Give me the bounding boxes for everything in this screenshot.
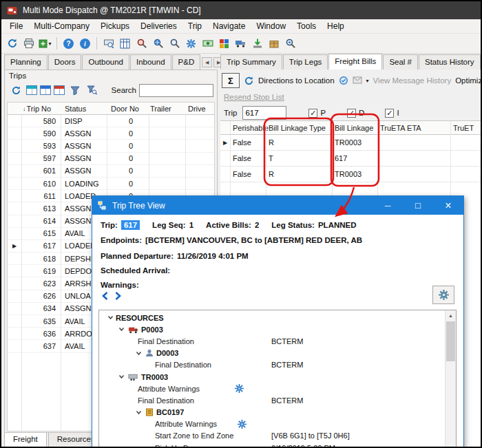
export-dropdown-icon[interactable]: ▾: [48, 41, 51, 47]
trip-number-input[interactable]: [242, 106, 286, 120]
scrollbar-thumb[interactable]: [446, 321, 455, 361]
board-view-teal-icon[interactable]: [26, 85, 37, 95]
column-header-door-no[interactable]: Door No: [107, 105, 149, 113]
tree-node-power-unit[interactable]: P0003: [99, 323, 445, 335]
tree-prop-final-destination[interactable]: Final Destination BCTERM: [99, 359, 445, 371]
directions-to-location-button[interactable]: Directions to Location: [258, 76, 335, 85]
menu-item[interactable]: Tools: [291, 20, 322, 32]
menu-item[interactable]: Help: [322, 20, 350, 32]
refresh-icon[interactable]: [5, 36, 19, 51]
summary-sigma-button[interactable]: Σ: [222, 73, 240, 88]
module-tab[interactable]: Outbound: [82, 54, 129, 70]
menu-item[interactable]: File: [4, 20, 28, 32]
tree-node-resources[interactable]: RESOURCES: [99, 312, 445, 323]
module-tab[interactable]: Inbound: [130, 54, 171, 70]
close-button[interactable]: [433, 196, 463, 215]
next-leg-button[interactable]: [112, 289, 124, 302]
color-legend-icon[interactable]: [217, 36, 231, 51]
table-row[interactable]: 601 ASSGN 0: [8, 165, 214, 178]
tree-prop-final-destination[interactable]: Final Destination BCTERM: [99, 394, 445, 406]
filter-search-icon[interactable]: [85, 83, 99, 98]
resend-stop-list-link[interactable]: Resend Stop List: [224, 93, 284, 101]
table-row[interactable]: False R TR0003: [220, 167, 481, 182]
menu-item[interactable]: Multi-Company: [28, 20, 95, 32]
chevron-down-icon[interactable]: [118, 374, 125, 380]
table-row[interactable]: 593 ASSGN 0: [8, 140, 214, 152]
menu-item[interactable]: Trip: [182, 20, 207, 32]
find-icon[interactable]: [167, 36, 182, 51]
column-header-trip-no[interactable]: Trip No: [21, 105, 61, 113]
tab-freight-bills[interactable]: Freight Bills: [328, 54, 382, 70]
help-icon[interactable]: [61, 36, 76, 51]
rates-icon[interactable]: [200, 36, 215, 51]
menu-item[interactable]: Pickups: [95, 20, 135, 32]
tree-node-driver[interactable]: D0003: [99, 348, 445, 359]
filter-icon[interactable]: [67, 83, 82, 98]
tree-prop-final-destination[interactable]: Final Destination BCTERM: [99, 335, 445, 347]
column-header-trueta-eta[interactable]: TruETA ETA: [377, 124, 450, 132]
refresh-icon[interactable]: [244, 74, 254, 88]
optimize-trip-button[interactable]: Optimize Trip: [455, 76, 482, 85]
receive-freight-icon[interactable]: [250, 36, 264, 51]
column-header-perishable[interactable]: Perishable: [230, 124, 266, 132]
refresh-icon[interactable]: [9, 83, 23, 98]
module-tab[interactable]: Doors: [48, 54, 82, 70]
previous-leg-button[interactable]: [99, 289, 111, 302]
module-tab[interactable]: P&D: [172, 54, 201, 70]
minimize-button[interactable]: [373, 196, 403, 215]
table-row[interactable]: ▶ False R TR0003: [220, 135, 481, 151]
planning-grid-icon[interactable]: [118, 36, 132, 51]
package-icon[interactable]: [266, 36, 281, 51]
tab-status-history[interactable]: Status History: [419, 54, 481, 70]
tree-settings-button[interactable]: [432, 286, 454, 304]
menu-item[interactable]: Navigate: [207, 20, 251, 32]
column-header-bill-linkage-type[interactable]: Bill Linkage Type: [266, 124, 332, 132]
column-header-driver[interactable]: Drive: [185, 105, 214, 113]
maximize-button[interactable]: [403, 196, 433, 215]
print-icon[interactable]: [21, 36, 36, 51]
title-bar[interactable]: Multi Mode Dispatch @ TM2021R [TMWIN - C…: [1, 1, 481, 19]
module-tab[interactable]: Planning: [4, 54, 48, 70]
popup-title-bar[interactable]: Trip Tree View: [92, 196, 463, 215]
view-message-history-button[interactable]: View Message History: [373, 76, 452, 85]
checkbox-i[interactable]: I: [385, 109, 399, 118]
find-location-icon[interactable]: [151, 36, 165, 51]
message-icon[interactable]: [353, 74, 362, 88]
column-header-trueta-2[interactable]: TruET: [450, 124, 481, 132]
chevron-down-icon[interactable]: ▾: [366, 78, 369, 84]
settings-gears-icon[interactable]: [184, 36, 198, 51]
table-row[interactable]: 597 ASSGN 0: [8, 153, 214, 165]
tree-prop-attribute-warnings[interactable]: Attribute Warnings: [99, 418, 445, 430]
chevron-down-icon[interactable]: [107, 314, 114, 321]
tab-trip-summary[interactable]: Trip Summary: [220, 54, 282, 70]
table-row[interactable]: 590 ASSGN 0: [8, 127, 214, 140]
checkbox-p[interactable]: P: [308, 109, 326, 118]
route-refresh-icon[interactable]: [339, 74, 348, 88]
search-input[interactable]: [139, 84, 213, 97]
find-settings-icon[interactable]: [283, 36, 297, 51]
menu-item[interactable]: Window: [251, 20, 291, 32]
table-row[interactable]: 580 DISP 0: [8, 115, 214, 127]
tab-seal[interactable]: Seal #: [383, 54, 418, 70]
tab-trip-legs[interactable]: Trip Legs: [283, 54, 328, 70]
tree-prop-pickup-by[interactable]: Pick Up By 6/19/2019 5:00 PM: [99, 442, 445, 448]
table-row[interactable]: 610 LOADING 0: [8, 178, 214, 190]
column-header-trailer[interactable]: Trailer: [149, 105, 185, 113]
trip-value[interactable]: 617: [121, 220, 140, 230]
board-view-blue-icon[interactable]: [40, 85, 51, 95]
table-row[interactable]: False T 617: [220, 151, 481, 167]
export-format-icon[interactable]: ▾: [38, 36, 52, 51]
column-header-status[interactable]: Status: [61, 105, 107, 113]
chevron-down-icon[interactable]: [136, 350, 142, 356]
column-header-bill-linkage[interactable]: Bill Linkage: [332, 124, 377, 132]
tree-node-freight-bill[interactable]: BC0197: [99, 407, 445, 418]
menu-item[interactable]: Deliveries: [135, 20, 182, 32]
checkbox-d[interactable]: D: [347, 109, 364, 118]
tree-node-trailer[interactable]: TR0003: [99, 371, 445, 383]
tree-scrollbar[interactable]: [445, 310, 456, 448]
chevron-down-icon[interactable]: [136, 409, 142, 416]
board-view-red-icon[interactable]: [54, 85, 65, 95]
about-icon[interactable]: [78, 36, 92, 51]
tree-prop-attribute-warnings[interactable]: Attribute Warnings: [99, 383, 445, 394]
print-preview-icon[interactable]: [101, 36, 116, 51]
